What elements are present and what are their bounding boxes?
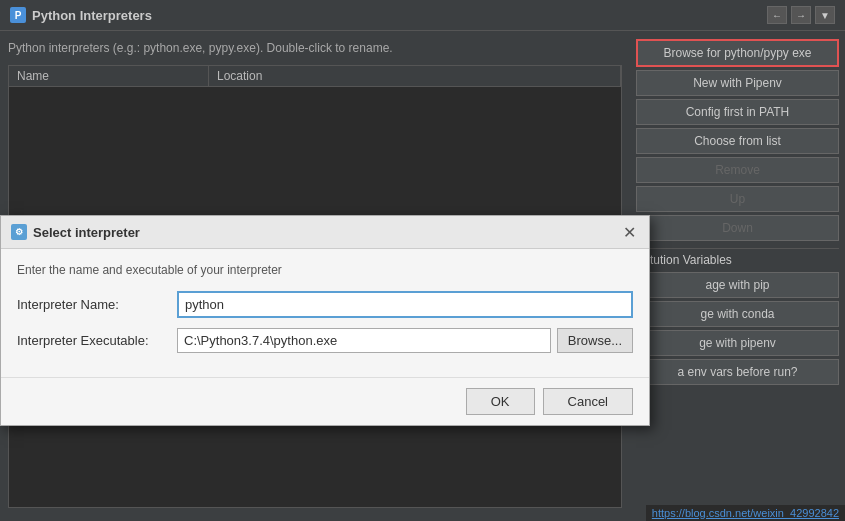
conda-button[interactable]: ge with conda bbox=[636, 301, 839, 327]
col-location: Location bbox=[209, 66, 621, 86]
modal-body: Enter the name and executable of your in… bbox=[1, 249, 649, 377]
modal-icon: ⚙ bbox=[11, 224, 27, 240]
title-bar-left: P Python Interpreters bbox=[10, 7, 152, 23]
pip-button[interactable]: age with pip bbox=[636, 272, 839, 298]
interpreter-executable-label: Interpreter Executable: bbox=[17, 333, 177, 348]
modal-footer: OK Cancel bbox=[1, 377, 649, 425]
up-button[interactable]: Up bbox=[636, 186, 839, 212]
modal-subtitle: Enter the name and executable of your in… bbox=[17, 263, 633, 277]
python-icon: P bbox=[10, 7, 26, 23]
dropdown-button[interactable]: ▼ bbox=[815, 6, 835, 24]
interpreter-executable-row: Interpreter Executable: Browse... bbox=[17, 328, 633, 353]
url-bar: https://blog.csdn.net/weixin_42992842 bbox=[646, 505, 845, 521]
ok-button[interactable]: OK bbox=[466, 388, 535, 415]
modal-title-bar: ⚙ Select interpreter ✕ bbox=[1, 216, 649, 249]
col-name: Name bbox=[9, 66, 209, 86]
back-button[interactable]: ← bbox=[767, 6, 787, 24]
table-header: Name Location bbox=[9, 66, 621, 87]
modal-close-button[interactable]: ✕ bbox=[619, 222, 639, 242]
select-interpreter-dialog: ⚙ Select interpreter ✕ Enter the name an… bbox=[0, 215, 650, 426]
browse-python-button[interactable]: Browse for python/pypy exe bbox=[636, 39, 839, 67]
main-panel: P Python Interpreters ← → ▼ Python inter… bbox=[0, 0, 845, 521]
env-vars-button[interactable]: a env vars before run? bbox=[636, 359, 839, 385]
interpreter-executable-input[interactable] bbox=[177, 328, 551, 353]
forward-button[interactable]: → bbox=[791, 6, 811, 24]
pipenv-button[interactable]: ge with pipenv bbox=[636, 330, 839, 356]
action-buttons-panel: Browse for python/pypy exe New with Pipe… bbox=[630, 31, 845, 516]
title-bar: P Python Interpreters ← → ▼ bbox=[0, 0, 845, 31]
window-title: Python Interpreters bbox=[32, 8, 152, 23]
interpreter-name-row: Interpreter Name: bbox=[17, 291, 633, 318]
remove-button[interactable]: Remove bbox=[636, 157, 839, 183]
choose-list-button[interactable]: Choose from list bbox=[636, 128, 839, 154]
modal-title: Select interpreter bbox=[33, 225, 140, 240]
config-path-button[interactable]: Config first in PATH bbox=[636, 99, 839, 125]
interpreter-name-label: Interpreter Name: bbox=[17, 297, 177, 312]
browse-executable-button[interactable]: Browse... bbox=[557, 328, 633, 353]
nav-buttons: ← → ▼ bbox=[767, 6, 835, 24]
hint-text: Python interpreters (e.g.: python.exe, p… bbox=[8, 39, 622, 59]
new-pipenv-button[interactable]: New with Pipenv bbox=[636, 70, 839, 96]
cancel-button[interactable]: Cancel bbox=[543, 388, 633, 415]
down-button[interactable]: Down bbox=[636, 215, 839, 241]
modal-title-content: ⚙ Select interpreter bbox=[11, 224, 140, 240]
interpreter-name-input[interactable] bbox=[177, 291, 633, 318]
section-label: stitution Variables bbox=[636, 248, 839, 269]
